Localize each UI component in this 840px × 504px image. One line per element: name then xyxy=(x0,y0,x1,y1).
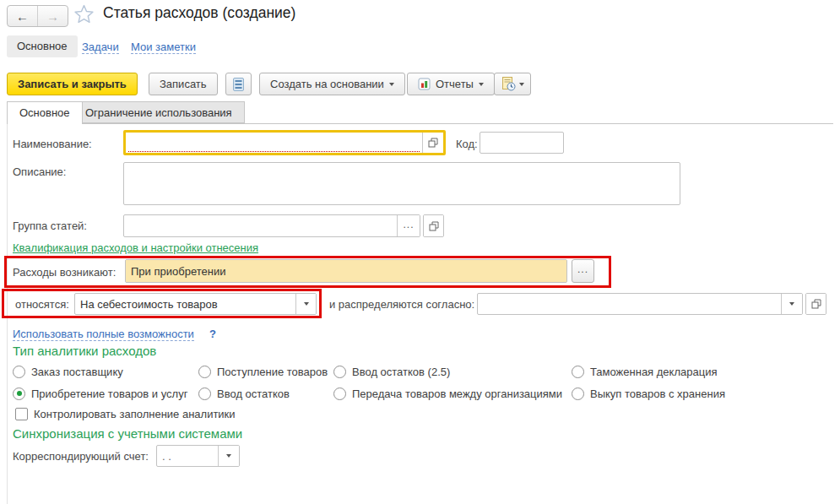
expense-item-create-window: ← → Статья расходов (создание) Основное … xyxy=(0,0,840,504)
analytics-type-radiogroup: Заказ поставщику Приобретение товаров и … xyxy=(13,360,832,404)
radio-option[interactable]: Ввод остатков (2.5) xyxy=(333,360,572,382)
radio-icon[interactable] xyxy=(333,366,346,378)
description-value xyxy=(124,163,680,204)
forward-arrow-icon[interactable]: → xyxy=(37,6,68,26)
chevron-down-icon xyxy=(479,83,484,86)
name-input[interactable] xyxy=(123,130,446,155)
code-input[interactable] xyxy=(480,132,564,154)
chevron-down-icon xyxy=(389,83,394,86)
corr-account-combobox[interactable]: . . xyxy=(156,445,240,467)
group-choose-button[interactable]: ... xyxy=(397,215,420,236)
save-and-close-label: Записать и закрыть xyxy=(18,78,127,90)
section-qualification[interactable]: Квалификация расходов и настройки отнесе… xyxy=(13,241,258,254)
ellipsis-icon: ... xyxy=(403,219,414,230)
radio-option[interactable]: Заказ поставщику xyxy=(13,360,198,382)
save-button[interactable]: Записать xyxy=(149,73,218,95)
open-in-form-icon xyxy=(424,215,443,236)
radio-icon[interactable] xyxy=(572,366,584,378)
radio-label: Передача товаров между организациями xyxy=(352,387,562,400)
page-title: Статья расходов (создание) xyxy=(103,4,295,22)
chevron-down-icon xyxy=(789,302,794,306)
expenses-occur-value: При приобретении xyxy=(126,260,566,282)
back-arrow-icon[interactable]: ← xyxy=(8,6,37,26)
nav-link-main[interactable]: Основное xyxy=(7,35,78,57)
radio-label: Приобретение товаров и услуг xyxy=(31,387,187,400)
code-label: Код: xyxy=(456,138,478,150)
radio-label: Ввод остатков (2.5) xyxy=(352,366,450,378)
chevron-down-icon xyxy=(226,454,231,458)
reports-button[interactable]: Отчеты xyxy=(407,73,495,95)
distributed-by-open-button[interactable] xyxy=(805,293,826,315)
radio-icon[interactable] xyxy=(13,387,25,400)
register-list-icon xyxy=(233,78,244,91)
open-in-form-icon xyxy=(806,294,826,314)
radio-option[interactable]: Поступление товаров xyxy=(198,360,333,382)
content-frame-left xyxy=(7,123,8,504)
chevron-down-icon xyxy=(519,83,524,86)
relate-to-value: На себестоимость товаров xyxy=(75,294,295,314)
distributed-by-label: и распределяются согласно: xyxy=(329,298,474,311)
report-chart-icon xyxy=(418,78,431,90)
section-analytics-type: Тип аналитики расходов xyxy=(13,344,156,358)
save-label: Записать xyxy=(160,78,207,90)
radio-option[interactable]: Выкуп товаров с хранения xyxy=(572,382,832,404)
description-label: Описание: xyxy=(13,165,66,178)
register-records-button[interactable] xyxy=(225,73,252,95)
radio-label: Таможенная декларация xyxy=(590,366,717,378)
distributed-by-combobox[interactable] xyxy=(477,293,803,315)
radio-option[interactable]: Таможенная декларация xyxy=(572,360,832,382)
document-clock-icon xyxy=(501,77,516,91)
section-sync: Синхронизация с учетными системами xyxy=(13,426,242,441)
radio-option[interactable]: Передача товаров между организациями xyxy=(333,382,572,404)
expenses-occur-input[interactable]: При приобретении xyxy=(125,259,567,283)
create-based-on-label: Создать на основании xyxy=(270,78,384,90)
description-input[interactable] xyxy=(123,162,680,205)
relate-to-label: относятся: xyxy=(15,298,69,311)
name-label: Наименование: xyxy=(13,138,92,150)
radio-icon[interactable] xyxy=(572,387,584,400)
tab-main[interactable]: Основное xyxy=(7,101,83,124)
group-open-button[interactable] xyxy=(423,214,444,237)
code-value xyxy=(480,133,563,153)
tabbar-divider xyxy=(7,123,833,124)
reports-label: Отчеты xyxy=(436,78,474,90)
tab-usage-restriction[interactable]: Ограничение использования xyxy=(73,101,245,123)
corr-account-label: Корреспондирующий счет: xyxy=(13,450,149,463)
control-analytics-option[interactable]: Контролировать заполнение аналитики xyxy=(15,408,236,420)
history-nav-group: ← → xyxy=(7,5,68,27)
radio-icon[interactable] xyxy=(198,366,211,378)
relate-to-dropdown-button[interactable] xyxy=(295,294,316,314)
nav-link-my-notes[interactable]: Мои заметки xyxy=(131,41,196,54)
relate-to-combobox[interactable]: На себестоимость товаров xyxy=(74,293,317,315)
corr-account-value: . . xyxy=(157,446,218,466)
group-input[interactable]: ... xyxy=(123,214,420,237)
radio-label: Поступление товаров xyxy=(217,366,328,378)
name-open-button[interactable] xyxy=(422,133,443,153)
help-question-mark[interactable]: ? xyxy=(209,328,216,340)
ellipsis-icon: ... xyxy=(577,264,588,274)
star-icon[interactable] xyxy=(73,3,95,24)
checkbox-label: Контролировать заполнение аналитики xyxy=(34,408,236,420)
corr-account-dropdown-button[interactable] xyxy=(218,446,239,466)
required-underline xyxy=(128,151,420,152)
radio-icon[interactable] xyxy=(333,387,346,400)
radio-option[interactable]: Приобретение товаров и услуг xyxy=(13,382,198,404)
open-in-form-icon xyxy=(428,138,438,148)
nav-link-tasks[interactable]: Задачи xyxy=(82,41,119,54)
expenses-occur-label: Расходы возникают: xyxy=(13,266,116,279)
group-label: Группа статей: xyxy=(13,219,87,232)
radio-icon[interactable] xyxy=(198,387,211,400)
radio-option[interactable]: Ввод остатков xyxy=(198,382,333,404)
radio-label: Заказ поставщику xyxy=(31,366,123,378)
distributed-by-value xyxy=(478,294,781,314)
expenses-occur-choose-button[interactable]: ... xyxy=(572,259,594,283)
save-and-close-button[interactable]: Записать и закрыть xyxy=(7,73,138,95)
full-features-link[interactable]: Использовать полные возможности xyxy=(13,328,194,341)
checkbox-icon[interactable] xyxy=(15,408,28,420)
create-based-on-button[interactable]: Создать на основании xyxy=(259,73,405,95)
distributed-by-dropdown-button[interactable] xyxy=(781,294,802,314)
change-history-button[interactable] xyxy=(494,73,531,95)
group-value xyxy=(124,215,397,236)
radio-label: Ввод остатков xyxy=(217,387,290,400)
radio-icon[interactable] xyxy=(13,366,25,378)
